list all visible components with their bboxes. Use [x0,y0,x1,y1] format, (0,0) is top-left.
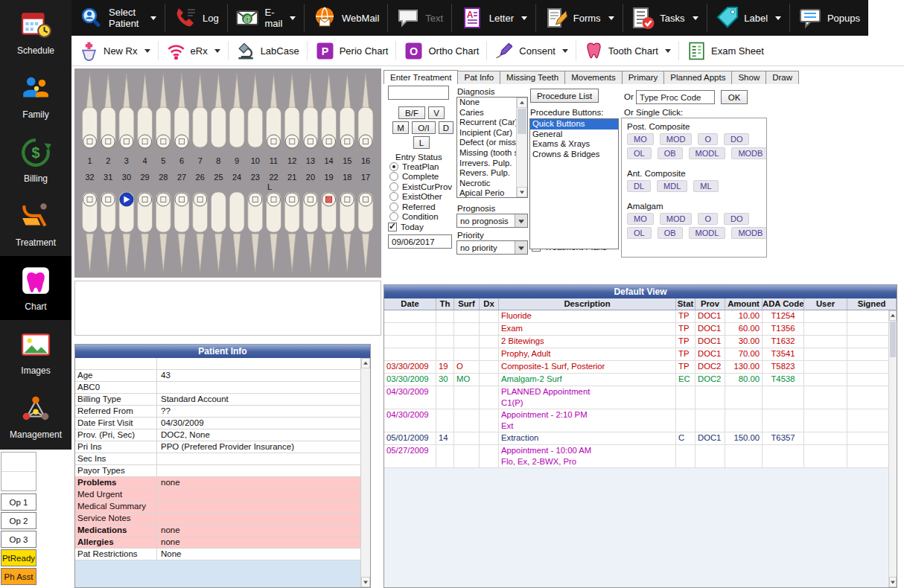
occlusal-marker[interactable] [120,135,133,148]
tooth-number-3[interactable]: 3 [124,156,129,165]
tooth-number-5[interactable]: 5 [161,156,165,165]
entry-status-condition[interactable]: Condition [389,212,439,222]
occlusal-marker[interactable] [267,193,281,206]
tooth-number-17[interactable]: 17 [361,173,370,182]
toolbar-select-patient[interactable]: Select Patient [71,0,165,36]
procedure-category-exams-xrays[interactable]: Exams & Xrays [530,139,618,150]
scroll-up-icon[interactable] [889,310,897,321]
amalgam-marker-tooth-30[interactable] [120,193,133,206]
toolbar-tasks[interactable]: Tasks [623,0,706,36]
procedure-row[interactable]: 03/30/200930MOAmalgam-2 SurfECDOC280.00T… [384,374,897,386]
patient-info-row[interactable]: Medicationsnone [75,525,360,537]
op-button-op-2[interactable]: Op 2 [1,512,36,529]
quick-button-post-composite-modb[interactable]: MODB [731,147,767,159]
today-check-row[interactable]: Today [388,223,424,231]
toolbar2-erx[interactable]: eRx [159,36,228,65]
quick-button-post-composite-mod[interactable]: MOD [660,133,693,145]
scroll-down-icon[interactable] [517,187,527,197]
patient-info-row[interactable]: Pat RestrictionsNone [75,549,360,560]
occlusal-marker[interactable] [249,193,262,206]
prognosis-combo[interactable]: no prognosis [456,214,528,228]
column-header-stat[interactable]: Stat [676,298,695,310]
occlusal-marker[interactable] [175,135,188,148]
quick-button-ant-composite-ml[interactable]: ML [693,180,718,192]
quick-button-amalgam-do[interactable]: DO [724,213,750,225]
tab-enter-treatment[interactable]: Enter Treatment [383,70,458,84]
op-button-ph-asst[interactable]: Ph Asst [1,568,36,585]
quick-button-amalgam-mod[interactable]: MOD [660,213,693,225]
diagnosis-item-defect-or-miss[interactable]: Defect (or miss [457,138,516,148]
quick-button-post-composite-do[interactable]: DO [724,133,750,145]
diagnosis-listbox[interactable]: NoneCariesRecurrent (Car)Incipient (Car)… [456,97,528,198]
diagnosis-item-necrotic[interactable]: Necrotic [457,179,516,189]
tooth-number-16[interactable]: 16 [361,156,370,165]
dropdown-caret-icon[interactable] [775,16,781,20]
progress-notes-scrollbar[interactable] [888,310,897,587]
quick-button-amalgam-o[interactable]: O [698,213,718,225]
tooth-annotation-l[interactable]: L [267,182,272,191]
dropdown-caret-icon[interactable] [214,49,220,53]
quick-button-post-composite-mo[interactable]: MO [627,133,654,145]
tooth-number-19[interactable]: 19 [324,173,333,182]
procedure-row[interactable]: Prophy, AdultTPDOC170.00T3541 [384,348,897,361]
diagnosis-item-caries[interactable]: Caries [457,108,516,118]
patient-info-row[interactable] [75,358,360,370]
procedure-row[interactable]: 05/27/2009Appointment - 10:00 AMFlo, Ex,… [384,445,897,468]
patient-info-scrollbar[interactable] [360,358,370,587]
quick-button-amalgam-ol[interactable]: OL [627,227,652,239]
column-header-signed[interactable]: Signed [847,298,897,310]
toolbar-letter[interactable]: ALetter [452,0,535,36]
tooth-number-11[interactable]: 11 [270,156,278,165]
quick-button-amalgam-ob[interactable]: OB [658,227,683,239]
tooth-number-1[interactable]: 1 [87,156,92,165]
quick-button-post-composite-ol[interactable]: OL [627,147,652,159]
patient-info-row[interactable]: Problemsnone [75,477,360,489]
tooth-number-23[interactable]: 23 [251,173,260,182]
quick-button-ant-composite-dl[interactable]: DL [627,180,651,192]
chevron-down-icon[interactable] [515,241,527,254]
tab-primary[interactable]: Primary [622,71,665,84]
column-header-amount[interactable]: Amount [725,298,763,310]
column-header-surf[interactable]: Surf [454,298,480,310]
procedure-row[interactable]: 04/30/2009PLANNED AppointmentC1(P) [384,386,897,409]
dropdown-caret-icon[interactable] [562,49,568,53]
date-input[interactable]: 09/06/2017 [388,234,452,249]
tooth-number-28[interactable]: 28 [159,173,168,182]
toolbar-popups[interactable]: Popups [790,0,868,36]
column-header-date[interactable]: Date [384,298,436,310]
entry-status-treatplan[interactable]: TreatPlan [389,162,439,171]
tooth-number-26[interactable]: 26 [196,173,205,182]
diagnosis-item-revers-pulp[interactable]: Revers. Pulp. [457,168,516,179]
dropdown-caret-icon[interactable] [521,16,527,20]
toolbar2-new-rx[interactable]: New Rx [71,36,158,65]
sidebar-item-family[interactable]: Family [0,64,71,128]
tab-planned-appts[interactable]: Planned Appts [663,71,732,84]
tooth-number-7[interactable]: 7 [198,156,203,165]
quick-button-amalgam-modl[interactable]: MODL [689,227,726,239]
ok-button[interactable]: OK [721,90,748,104]
tooth-number-4[interactable]: 4 [143,156,147,165]
patient-info-row[interactable]: Age43 [75,370,360,382]
patient-info-row[interactable]: Pri InsPPO (Prefered Provider Insurance) [75,441,360,453]
surface-button-m[interactable]: M [392,121,409,134]
toolbar2-ortho-chart[interactable]: OOrtho Chart [396,36,486,65]
procedure-category-listbox[interactable]: Quick ButtonsGeneralExams & XraysCrowns … [529,118,619,249]
toolbar2-exam-sheet[interactable]: Exam Sheet [679,36,771,65]
diagnosis-scrollbar[interactable] [516,98,527,197]
patient-info-row[interactable]: Med Urgent [75,489,360,501]
tooth-number-6[interactable]: 6 [179,156,184,165]
occlusal-marker[interactable] [194,193,207,206]
scroll-down-icon[interactable] [889,577,897,587]
occlusal-marker[interactable] [267,135,281,148]
occlusal-marker[interactable] [304,193,317,206]
entry-status-existother[interactable]: ExistOther [389,192,442,202]
patient-info-row[interactable]: Billing TypeStandard Account [75,394,360,406]
patient-info-row[interactable]: Sec Ins [75,453,360,465]
procedure-row[interactable]: 05/01/200914ExtractionCDOC1150.00T6357 [384,432,897,445]
occlusal-marker[interactable] [285,135,299,148]
toolbar2-tooth-chart[interactable]: Tooth Chart [576,36,678,65]
procedure-category-crowns-bridges[interactable]: Crowns & Bridges [530,150,618,160]
dropdown-caret-icon[interactable] [150,16,156,20]
occlusal-marker[interactable] [101,193,115,206]
procedure-row[interactable]: 03/30/200919OComposite-1 Surf, Posterior… [384,361,897,374]
